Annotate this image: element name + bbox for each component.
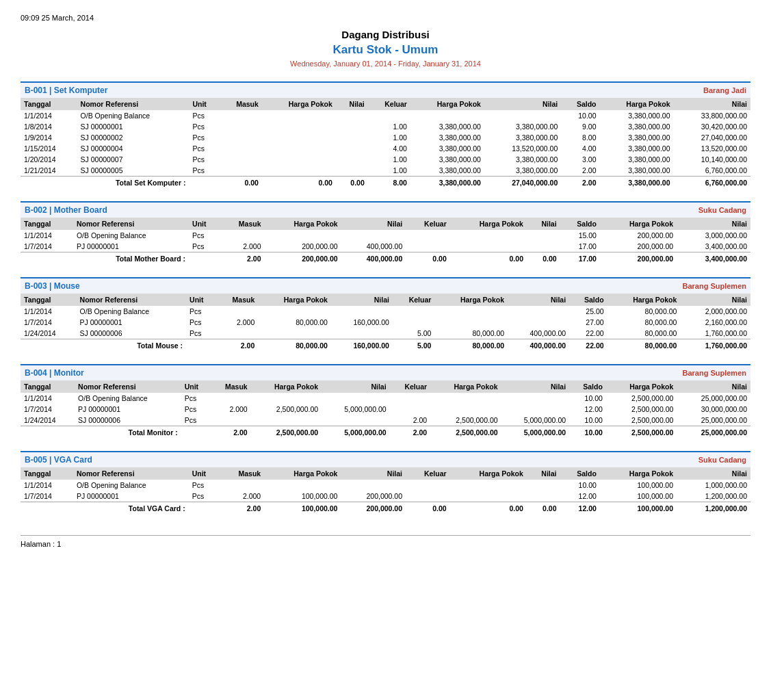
section-title-B-004: B-004 | Monitor — [25, 368, 84, 378]
report-subtitle: Kartu Stok - Umum — [21, 43, 750, 57]
table-row: 1/21/2014SJ 00000005Pcs1.003,380,000.003… — [21, 165, 750, 177]
section-type-B-002: Suku Cadang — [698, 206, 746, 214]
table-row: 1/7/2014PJ 00000001Pcs2.000100,000.00200… — [21, 491, 750, 502]
section-B-005: B-005 | VGA CardSuku CadangTanggalNomor … — [21, 451, 750, 515]
section-header-B-005: B-005 | VGA CardSuku Cadang — [21, 452, 750, 467]
table-B-003: TanggalNomor ReferensiUnitMasukHarga Pok… — [21, 294, 750, 352]
section-type-B-004: Barang Suplemen — [682, 369, 746, 377]
table-B-004: TanggalNomor ReferensiUnitMasukHarga Pok… — [21, 380, 750, 439]
table-row: 1/9/2014SJ 00000002Pcs1.003,380,000.003,… — [21, 132, 750, 143]
section-type-B-005: Suku Cadang — [698, 456, 746, 464]
section-B-001: B-001 | Set KomputerBarang JadiTanggalNo… — [21, 81, 750, 189]
section-B-002: B-002 | Mother BoardSuku CadangTanggalNo… — [21, 201, 750, 265]
table-row: 1/1/2014O/B Opening BalancePcs10.003,380… — [21, 110, 750, 121]
total-row-B-003: Total Mouse :2.0080,000.00160,000.005.00… — [21, 339, 750, 352]
total-row-B-005: Total VGA Card :2.00100,000.00200,000.00… — [21, 502, 750, 515]
table-row: 1/24/2014SJ 00000006Pcs5.0080,000.00400,… — [21, 328, 750, 339]
table-row: 1/24/2014SJ 00000006Pcs2.002,500,000.005… — [21, 415, 750, 426]
table-row: 1/20/2014SJ 00000007Pcs1.003,380,000.003… — [21, 154, 750, 165]
table-row: 1/1/2014O/B Opening BalancePcs25.0080,00… — [21, 306, 750, 317]
table-B-005: TanggalNomor ReferensiUnitMasukHarga Pok… — [21, 467, 750, 515]
section-header-B-002: B-002 | Mother BoardSuku Cadang — [21, 203, 750, 218]
timestamp: 09:09 25 March, 2014 — [21, 14, 750, 22]
table-row: 1/7/2014PJ 00000001Pcs2.00080,000.00160,… — [21, 317, 750, 328]
total-row-B-001: Total Set Komputer :0.000.000.008.003,38… — [21, 177, 750, 190]
footer: Halaman : 1 — [21, 535, 750, 548]
table-row: 1/1/2014O/B Opening BalancePcs10.002,500… — [21, 393, 750, 404]
table-row: 1/8/2014SJ 00000001Pcs1.003,380,000.003,… — [21, 121, 750, 132]
table-row: 1/1/2014O/B Opening BalancePcs15.00200,0… — [21, 230, 750, 241]
section-header-B-001: B-001 | Set KomputerBarang Jadi — [21, 83, 750, 98]
section-header-B-003: B-003 | MouseBarang Suplemen — [21, 278, 750, 294]
section-type-B-001: Barang Jadi — [703, 86, 746, 94]
section-title-B-002: B-002 | Mother Board — [25, 205, 107, 215]
section-title-B-005: B-005 | VGA Card — [25, 455, 92, 465]
total-row-B-002: Total Mother Board :2.00200,000.00400,00… — [21, 252, 750, 265]
report-date: Wednesday, January 01, 2014 - Friday, Ja… — [21, 60, 750, 68]
section-title-B-003: B-003 | Mouse — [25, 281, 80, 291]
table-row: 1/7/2014PJ 00000001Pcs2.0002,500,000.005… — [21, 404, 750, 415]
section-title-B-001: B-001 | Set Komputer — [25, 86, 107, 95]
section-B-004: B-004 | MonitorBarang SuplemenTanggalNom… — [21, 364, 750, 439]
table-B-001: TanggalNomor ReferensiUnitMasukHarga Pok… — [21, 98, 750, 189]
table-row: 1/1/2014O/B Opening BalancePcs10.00100,0… — [21, 480, 750, 491]
section-header-B-004: B-004 | MonitorBarang Suplemen — [21, 365, 750, 380]
table-row: 1/15/2014SJ 00000004Pcs4.003,380,000.001… — [21, 143, 750, 154]
section-B-003: B-003 | MouseBarang SuplemenTanggalNomor… — [21, 277, 750, 352]
total-row-B-004: Total Monitor :2.002,500,000.005,000,000… — [21, 426, 750, 439]
table-B-002: TanggalNomor ReferensiUnitMasukHarga Pok… — [21, 218, 750, 265]
table-row: 1/7/2014PJ 00000001Pcs2.000200,000.00400… — [21, 241, 750, 252]
report-title: Dagang Distribusi — [21, 29, 750, 40]
section-type-B-003: Barang Suplemen — [682, 282, 746, 290]
